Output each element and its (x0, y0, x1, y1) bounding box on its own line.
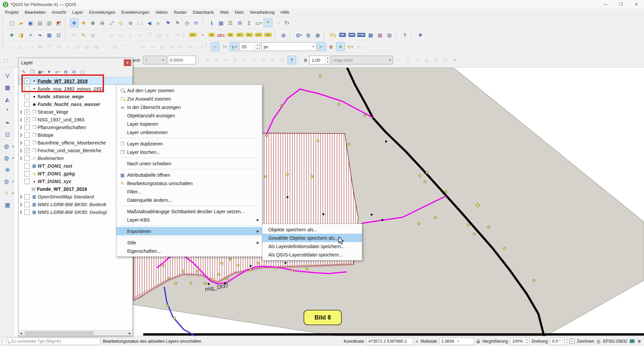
toggle-pinned-labels-icon[interactable]: ab (226, 31, 235, 39)
add-wfs-layer-icon[interactable]: ⊕ (2, 165, 12, 174)
layer-checkbox[interactable] (24, 102, 30, 107)
maximize-button[interactable]: ❐ (613, 0, 629, 9)
open-project-icon[interactable]: ▰ (17, 18, 25, 27)
export-submenu-item-4[interactable]: Als QGIS-Layerstildatei speichern... (262, 250, 362, 259)
context-menu-item-21[interactable]: Exportieren▶ (116, 227, 262, 235)
db-manager-icon[interactable]: ◍ (279, 31, 288, 39)
kml-tools-icon[interactable]: KML (338, 31, 347, 39)
context-menu-attribute-table[interactable]: ▦Attributtabelle öffnen (116, 171, 262, 179)
manage-map-themes-dropdown-icon[interactable]: ▾ (42, 70, 43, 73)
new-bookmark-icon[interactable]: ⚑ (164, 18, 172, 27)
zoom-to-layer-icon[interactable]: ⊚ (126, 18, 135, 27)
zoom-to-selection-icon[interactable]: ⊙ (117, 18, 125, 27)
enable-snapping-icon[interactable]: ∩ (211, 42, 219, 51)
zoom-in-icon[interactable]: ⊕ (89, 18, 97, 27)
menu-netz[interactable]: Netz (232, 9, 247, 16)
change-label-icon[interactable]: abc (264, 31, 272, 39)
menu-einstellungen[interactable]: Einstellungen (86, 9, 118, 16)
context-menu-remove-layer[interactable]: ❐Layer löschen... (116, 148, 262, 156)
menu-erweiterungen[interactable]: Erweiterungen (118, 9, 153, 16)
color-palette-plugin-icon[interactable]: ▦ (376, 31, 384, 39)
tasks-icon[interactable]: ❖ (637, 339, 641, 344)
check-geometries-icon[interactable]: ❖ (416, 31, 425, 39)
new-geopackage-layer-icon[interactable]: ▦ (2, 200, 12, 210)
menu-verarbeitung[interactable]: Verarbeitung (247, 9, 278, 16)
context-menu-item-24[interactable]: Eigenschaften... (116, 247, 262, 255)
context-menu-zoom-to-selection[interactable]: Zur Auswahl zoomen (116, 95, 262, 103)
pan-to-selection-icon[interactable]: ✥ (79, 18, 88, 27)
layer-checkbox[interactable] (24, 163, 30, 169)
add-virtual-layer-icon[interactable]: ⊡ (2, 130, 12, 139)
layers-panel-header[interactable]: Layer ✕ (18, 58, 132, 67)
layer-checkbox[interactable] (24, 179, 30, 184)
toggle-editing-icon[interactable]: ✎ (79, 31, 88, 39)
layer-checkbox[interactable] (24, 210, 30, 215)
text-annotation-icon[interactable]: T▾ (282, 18, 291, 27)
expander-icon[interactable]: ❯ (18, 156, 23, 160)
crs-code[interactable]: EPSG:25832 (603, 339, 627, 344)
add-wcs-layer-dropdown-icon[interactable]: ▾ (12, 180, 13, 183)
kmz-tools-icon[interactable]: KMZ (347, 31, 356, 39)
layer-item-11[interactable]: ❯▱Bodenarten (18, 154, 132, 162)
width-value-spinbox[interactable]: 1,00▲▼ (309, 56, 330, 64)
raster-help-icon[interactable]: ? (287, 56, 296, 64)
new-virtual-layer-icon[interactable]: ⊡ (54, 31, 63, 39)
mouse-position-toggle-icon[interactable]: ⌖ (416, 339, 418, 344)
new-scratch-layer-dropdown-icon[interactable]: ▾ (12, 192, 13, 195)
export-submenu-item-1[interactable]: Objekte speichern als... (262, 225, 362, 234)
new-scratch-layer-icon[interactable]: ✧ (1, 188, 11, 198)
layer-item-9[interactable]: ❯❐Baumfreie_offene_Moorbereiche (18, 139, 132, 147)
crs-globe-icon[interactable]: ◍ (596, 339, 600, 344)
layer-item-18[interactable]: ❯▦WMS LGRB-BW GK50: Geologi (18, 208, 132, 216)
scale-combo[interactable]: 1:3634▾ (439, 338, 474, 345)
pin-labels-icon[interactable]: ab (207, 31, 216, 39)
panel-close-button[interactable]: ✕ (124, 59, 131, 66)
menu-datenbank[interactable]: Datenbank (190, 9, 217, 16)
context-menu-item-5[interactable]: Layer kopieren (116, 120, 262, 128)
expander-icon[interactable]: ❯ (18, 203, 23, 206)
rotate-label-icon[interactable]: abc (254, 31, 263, 39)
add-postgis-layer-dropdown-icon[interactable]: ▾ (12, 145, 13, 148)
map-tips-icon[interactable]: ❝ (264, 18, 272, 27)
scroll-left-arrow-icon[interactable]: ◀ (18, 332, 23, 335)
annotations-dropdown-icon[interactable]: ▾ (278, 21, 280, 24)
zoom-last-icon[interactable]: ◀ (145, 18, 154, 27)
context-menu-item-15[interactable]: Filter... (116, 187, 262, 196)
context-menu-show-in-overview[interactable]: ∞In der Übersicht anzeigen (116, 103, 262, 111)
layer-item-3[interactable]: ●funde_strasse_wege (18, 93, 132, 100)
raster-value-field[interactable]: 0,0000 (168, 56, 196, 64)
menu-ansicht[interactable]: Ansicht (49, 9, 69, 16)
expander-icon[interactable]: ❯ (18, 133, 23, 137)
layer-item-13[interactable]: ●WT_DGM1_gpkg (18, 170, 132, 177)
layer-item-12[interactable]: ▦WT_DGM1_rast (18, 162, 132, 170)
menu-raster[interactable]: Raster (171, 9, 190, 16)
layer-diagram-icon[interactable]: ◔ (198, 31, 207, 39)
snap-type-icon[interactable]: ∨▾ (229, 42, 238, 51)
context-menu-item-16[interactable]: Datenquelle ändern... (116, 196, 262, 204)
layer-checkbox[interactable] (24, 94, 30, 99)
expander-icon[interactable]: ❯ (18, 149, 23, 152)
menu-bearbeiten[interactable]: Bearbeiten (21, 9, 49, 16)
menu-web[interactable]: Web (217, 9, 232, 16)
save-project-icon[interactable]: ▣ (26, 18, 35, 27)
layer-checkbox[interactable] (24, 202, 30, 207)
snap-tolerance-spinbox[interactable]: 20▲▼ (239, 42, 260, 51)
menu-layer[interactable]: Layer (69, 9, 86, 16)
new-mesh-layer-icon[interactable]: ▦ (45, 31, 54, 39)
layer-item-16[interactable]: ❯▦OpenStreetMap Standard (18, 193, 132, 200)
layer-item-14[interactable]: ●WT_DGM1_xyz (18, 177, 132, 185)
context-menu-toggle-editing[interactable]: ✎Bearbeitungsstatus umschalten (116, 179, 262, 187)
close-button[interactable]: ✕ (629, 0, 644, 9)
filter-by-expression-dropdown-icon[interactable]: ▾ (58, 70, 59, 73)
layers-panel-hscrollbar[interactable]: ◀ ▶ (18, 330, 132, 336)
snap-units-combo[interactable]: px▾ (261, 42, 316, 51)
python-console-icon[interactable]: Py (329, 31, 337, 39)
expander-icon[interactable]: ❯ (18, 125, 23, 129)
snapping-mode-dropdown-icon[interactable]: ▾ (225, 45, 226, 48)
show-hidden-labels-icon[interactable]: abc (235, 31, 244, 39)
tracing-icon[interactable]: ↯▾ (345, 42, 354, 51)
layer-checkbox[interactable]: ✓ (24, 109, 30, 115)
layer-item-6[interactable]: ❯✓❐NSG_1937_und_1983 (18, 116, 132, 123)
search-layers-icon[interactable]: ◍ (304, 31, 313, 39)
scrollbar-thumb[interactable] (25, 331, 94, 335)
